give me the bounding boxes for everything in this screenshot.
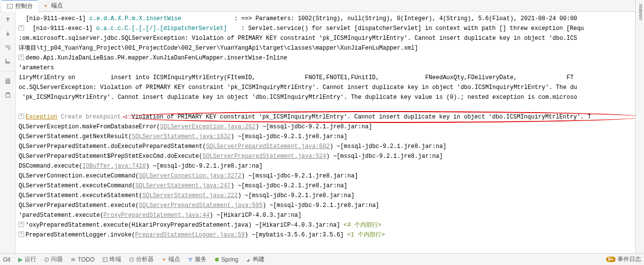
print-button[interactable] [3, 76, 13, 86]
svg-rect-2 [6, 79, 9, 80]
stack-line: DSCommand.execute(IOBuffer.java:7418) ~[… [19, 161, 644, 171]
tab-console-label: 控制台 [15, 2, 33, 10]
stack-line: QLServerPreparedStatement.doExecutePrepa… [19, 142, 644, 151]
status-bar-right: 9+事件日志 [606, 255, 641, 264]
problems-icon [44, 257, 49, 262]
stack-line: +PreparedStatementLogger.invoke(Prepared… [19, 230, 644, 240]
terminal-icon [103, 257, 107, 262]
expand-icon[interactable]: + [19, 114, 24, 119]
svg-rect-4 [6, 93, 10, 97]
notification-badge: 9+ [606, 257, 616, 262]
log-line: +demo.Api.XunJiaDanLieBiao.PH.mapper.Xun… [19, 53, 644, 63]
stack-line: QLServerStatement.executeCommand(SQLServ… [19, 181, 644, 191]
endpoints-icon [43, 3, 49, 9]
stack-line: QLServerException.makeFromDatabaseError(… [19, 122, 644, 132]
console-icon [7, 3, 13, 9]
log-line-blank [19, 102, 644, 112]
stack-line: QLServerStatement.executeStatement(SQLSe… [19, 191, 644, 201]
source-link[interactable]: SQLServerPreparedStatement.java:524 [202, 153, 326, 160]
expand-icon[interactable]: + [19, 232, 24, 237]
log-line: [nio-9111-exec-1] c.e.d.A.X.P.m.X.insert… [19, 14, 644, 24]
log-line: + [nio-9111-exec-1] o.a.c.c.C.[.[.[/].[d… [19, 24, 644, 33]
gutter-separator [0, 71, 15, 71]
maven-toolwindow-stripe[interactable]: maven [635, 0, 644, 265]
bottom-spring[interactable]: Spring [215, 256, 239, 263]
bottom-eventlog[interactable]: 9+事件日志 [606, 255, 641, 264]
create-breakpoint-link[interactable]: Create breakpoint [57, 114, 125, 120]
bottom-run[interactable]: ▶运行 [18, 255, 36, 264]
stack-line: 'paredStatement.execute(ProxyPreparedSta… [19, 210, 644, 220]
todo-icon [71, 257, 76, 262]
status-bar: Git ▶运行 问题 TODO 终端 分析器 端点 服务 Spring 构建 9… [0, 253, 644, 265]
log-line: 'arameters [19, 63, 644, 73]
stack-line: +'oxyPreparedStatement.execute(HikariPro… [19, 220, 644, 230]
tab-endpoints[interactable]: 端点 [38, 0, 68, 11]
console-tabs-bar: 控制台 端点 [0, 0, 644, 12]
stack-line: QLServerPreparedStatement$PrepStmtExecCm… [19, 151, 644, 161]
scroll-to-end-button[interactable] [3, 56, 13, 66]
expand-icon[interactable]: + [19, 25, 24, 30]
source-link[interactable]: SQLServerPreparedStatement.java:505 [139, 202, 263, 209]
maven-label: maven [638, 4, 644, 20]
bottom-build[interactable]: 构建 [246, 255, 265, 264]
bottom-git[interactable]: Git [3, 256, 10, 263]
scroll-top-button[interactable] [3, 15, 13, 25]
log-line: oc.SQLServerException: Violation of PRIM… [19, 83, 644, 92]
source-link[interactable]: IOBuffer.java:7418 [82, 163, 146, 170]
source-link[interactable]: SQLServerStatement.java:1632 [132, 133, 231, 140]
scroll-down-button[interactable] [3, 29, 13, 38]
services-icon [188, 257, 193, 262]
run-icon: ▶ [18, 256, 23, 263]
bottom-services[interactable]: 服务 [188, 255, 207, 264]
main-area: [nio-9111-exec-1] c.e.d.A.X.P.m.X.insert… [0, 12, 644, 253]
svg-point-11 [215, 258, 219, 262]
tab-endpoints-label: 端点 [51, 1, 63, 10]
bottom-endpoints[interactable]: 端点 [161, 255, 180, 264]
exception-line: +Exception Create breakpoint : Violation… [19, 112, 644, 122]
log-line: :om.microsoft.sqlserver.jdbc.SQLServerEx… [19, 33, 644, 43]
console-output[interactable]: [nio-9111-exec-1] c.e.d.A.X.P.m.X.insert… [16, 12, 644, 253]
build-icon [246, 257, 251, 262]
bottom-profiler[interactable]: 分析器 [129, 255, 154, 264]
stack-line: QLServerStatement.getNextResult(SQLServe… [19, 132, 644, 142]
collapsed-frames[interactable]: <1 个内部行> [347, 232, 385, 238]
log-line: 'pk_ICSMInquiryMtrlEntry'. Cannot insert… [19, 92, 644, 102]
tab-console[interactable]: 控制台 [2, 0, 38, 12]
svg-point-8 [188, 258, 190, 259]
stack-line: QLServerPreparedStatement.execute(SQLSer… [19, 201, 644, 210]
source-link[interactable]: ProxyPreparedStatement.java:44 [104, 212, 210, 219]
source-link[interactable]: SQLServerStatement.java:222 [142, 192, 238, 199]
softwrap-button[interactable] [3, 42, 13, 52]
svg-rect-6 [103, 258, 107, 262]
svg-point-9 [190, 258, 192, 259]
expand-icon[interactable]: + [19, 222, 24, 227]
log-line: iiryMtrlEntry on insert into ICSMInquiry… [19, 73, 644, 83]
collapsed-frames[interactable]: <4 个内部行> [344, 222, 381, 229]
spring-icon [215, 257, 219, 262]
clear-button[interactable] [3, 90, 13, 100]
logger-class: o.a.c.c.C.[.[.[/].[dispatcherServlet] [96, 25, 227, 32]
stack-line: QLServerConnection.executeCommand(SQLSer… [19, 171, 644, 181]
bottom-terminal[interactable]: 终端 [103, 255, 121, 264]
expand-icon[interactable]: + [19, 55, 24, 60]
logger-class: c.e.d.A.X.P.m.X.insertWise [89, 15, 181, 22]
left-gutter [0, 12, 16, 253]
exception-link[interactable]: Exception [26, 114, 57, 120]
log-line: 详项目\tj_p04_YuanYang_Project\001_ProjectC… [19, 43, 644, 53]
svg-rect-0 [7, 4, 13, 8]
profiler-icon [129, 257, 134, 262]
source-link[interactable]: SQLServerStatement.java:247 [135, 182, 231, 189]
source-link[interactable]: SQLServerConnection.java:3272 [139, 173, 242, 179]
source-link[interactable]: SQLServerException.java:262 [160, 123, 255, 130]
source-link[interactable]: PreparedStatementLogger.java:59 [135, 232, 244, 238]
bottom-problems[interactable]: 问题 [44, 255, 63, 264]
svg-point-10 [189, 260, 191, 261]
bottom-todo[interactable]: TODO [71, 256, 94, 263]
endpoints-icon [161, 257, 166, 262]
source-link[interactable]: SQLServerPreparedStatement.java:602 [206, 143, 330, 150]
